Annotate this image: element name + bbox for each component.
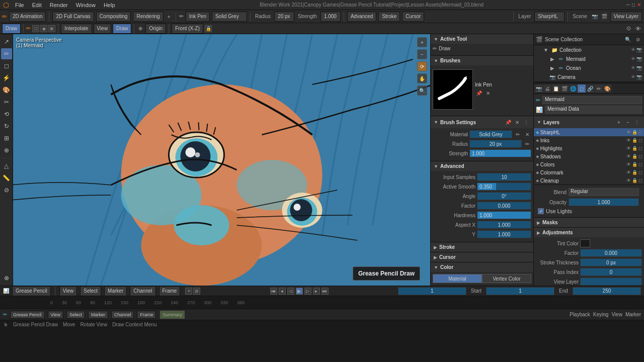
material-tab[interactable]: Material	[433, 274, 482, 283]
draw-tool[interactable]: ✏	[1, 48, 12, 59]
layer-highlights[interactable]: ● Highlights 👁 🔒 ◻	[534, 144, 644, 152]
tint-tool[interactable]: 🎨	[1, 84, 12, 96]
select-tool[interactable]: ↗	[1, 36, 12, 47]
menu-file[interactable]: File	[13, 2, 26, 8]
timeline-ruler[interactable]: 0 30 60 90 120 150 180 210 240 270 300 3…	[0, 296, 644, 309]
jump-start-btn[interactable]: ⏮	[270, 288, 277, 295]
overlay-icon1[interactable]: ⊙	[624, 25, 632, 33]
highlights-lock-icon[interactable]: 🔒	[632, 146, 637, 151]
brush-close-icon[interactable]: ✕	[484, 89, 492, 98]
advanced-header[interactable]: ▼ Advanced	[431, 161, 533, 171]
prop-tab-world[interactable]: 🌐	[569, 84, 577, 93]
workspace-tab-1[interactable]: 2D Full Canvas	[52, 12, 94, 22]
menu-render[interactable]: Render	[48, 2, 70, 8]
view-layer-btn[interactable]: View Layer	[610, 12, 642, 22]
prev-frame-btn[interactable]: ◁	[287, 288, 294, 295]
colors-eye-icon[interactable]: 👁	[626, 162, 631, 167]
y-value[interactable]: 1.000	[477, 230, 531, 238]
camera-icon[interactable]: 📷	[591, 13, 599, 21]
cursor-tool[interactable]: ⊘	[1, 185, 12, 196]
view-mode-btn[interactable]: View	[48, 311, 63, 319]
prop-tab-render[interactable]: 📷	[535, 84, 543, 93]
outliner-camera[interactable]: 📷 Camera 👁 📷	[534, 72, 644, 81]
view-layer-value[interactable]	[580, 278, 642, 286]
inks-lock-icon[interactable]: 🔒	[632, 138, 637, 143]
prop-tab-object[interactable]: ◻	[578, 84, 586, 93]
layer-inks[interactable]: ● Inks 👁 🔒 ◻	[534, 136, 644, 144]
current-frame-display[interactable]: 1	[398, 287, 466, 295]
tint-color-swatch[interactable]	[580, 239, 590, 247]
colormark-hide-icon[interactable]: ◻	[638, 170, 642, 175]
settings-icon2[interactable]: ✕	[513, 118, 521, 126]
brush-preview[interactable]	[433, 69, 473, 110]
brush-strength-bar[interactable]: 1.000	[469, 149, 531, 157]
overlay-icon2[interactable]: 👁	[634, 25, 642, 33]
layer-colors[interactable]: ● Colors 👁 🔒 ◻	[534, 160, 644, 168]
brush-settings-header[interactable]: ▼ Brush Settings 📌 ✕ ⋮	[431, 116, 533, 128]
layer-colormark[interactable]: ● Colormark 👁 🔒 ◻	[534, 168, 644, 176]
shadows-hide-icon[interactable]: ◻	[638, 154, 642, 159]
colors-hide-icon[interactable]: ◻	[638, 162, 642, 167]
layer-shadows[interactable]: ● Shadows 👁 🔒 ◻	[534, 152, 644, 160]
timeline-marker-btn[interactable]: Marker	[104, 286, 127, 296]
settings-options[interactable]: ⋮	[522, 118, 530, 126]
origin-btn[interactable]: Origin	[145, 24, 166, 34]
next-frame-btn[interactable]: ▷	[304, 288, 311, 295]
interpolate-btn[interactable]: Interpolate	[61, 24, 92, 34]
angle-value[interactable]: 0°	[477, 192, 531, 200]
timeline-view-btn[interactable]: View	[59, 286, 77, 296]
start-frame-display[interactable]: 1	[486, 287, 554, 295]
jump-end-btn[interactable]: ⏭	[321, 288, 329, 295]
material-value[interactable]: Solid Grey	[469, 130, 512, 138]
layer-sharphl[interactable]: ● SharpHL 👁 🔒 ◻	[534, 128, 644, 136]
select-mode-btn[interactable]: Select	[66, 311, 85, 319]
cleanup-eye-icon[interactable]: 👁	[626, 178, 631, 183]
adjustments-header[interactable]: ▶ Adjustments	[534, 228, 644, 237]
draw-btn[interactable]: Draw	[113, 24, 131, 34]
rotate-tool[interactable]: ↻	[1, 121, 12, 132]
layer-options-icon[interactable]: ⋮	[633, 118, 641, 126]
lock-icon[interactable]: 🔒	[205, 25, 212, 32]
camera-eye-icon[interactable]: 👁	[631, 74, 635, 79]
mermaid-eye-icon[interactable]: 👁	[631, 56, 635, 61]
active-smooth-bar[interactable]: 0.350	[477, 183, 531, 191]
masks-header[interactable]: ▶ Masks	[534, 218, 644, 227]
channel-mode-btn[interactable]: Channel	[111, 311, 134, 319]
colormark-eye-icon[interactable]: 👁	[626, 170, 631, 175]
advanced-btn[interactable]: Advanced	[347, 12, 376, 22]
move-tool[interactable]: ⟲	[1, 109, 12, 120]
menu-edit[interactable]: Edit	[30, 2, 44, 8]
eye-icon[interactable]: 👁	[631, 47, 635, 52]
icon3[interactable]: ⊕	[48, 25, 55, 32]
menu-help[interactable]: Help	[102, 2, 117, 8]
strength-input[interactable]: 1.000	[320, 12, 341, 22]
input-samples-value[interactable]: 10	[477, 173, 531, 181]
prop-tab-constraints[interactable]: 🔗	[586, 84, 594, 93]
timeline-frame-btn[interactable]: Frame	[159, 286, 181, 296]
transform-tool[interactable]: ⊕	[1, 145, 12, 156]
annotate-tool[interactable]: △	[1, 160, 12, 171]
brushes-header[interactable]: ▼ Brushes	[431, 56, 533, 65]
shadows-eye-icon[interactable]: 👁	[626, 154, 631, 159]
colormark-lock-icon[interactable]: 🔒	[632, 170, 637, 175]
blend-select[interactable]: Regular	[569, 188, 639, 196]
ocean-camera-icon[interactable]: 📷	[636, 65, 642, 70]
filter-track-icon[interactable]: ⊘	[193, 288, 200, 295]
layer-selector[interactable]: SharpHL	[534, 12, 565, 22]
cut-tool[interactable]: ✂	[1, 97, 12, 108]
radius-edit-icon[interactable]: ✏	[523, 140, 531, 148]
opacity-value[interactable]: 1.000	[569, 198, 639, 206]
pass-index-value[interactable]: 0	[580, 268, 642, 276]
use-lights-checkbox[interactable]: ✓	[538, 208, 544, 214]
nav-zoom-in[interactable]: +	[417, 37, 427, 47]
tint-factor-value[interactable]: 0.000	[580, 249, 642, 257]
layer-remove-icon[interactable]: −	[624, 118, 632, 126]
settings-icon1[interactable]: 📌	[504, 118, 512, 126]
color-header[interactable]: ▼ Color	[431, 262, 533, 272]
workspace-tab-2[interactable]: Compositing	[96, 12, 131, 22]
camera-render-icon[interactable]: 📷	[636, 74, 642, 79]
gp-mode-btn[interactable]: Grease Pencil	[10, 311, 45, 319]
nav-zoom-out[interactable]: −	[417, 49, 427, 59]
icon2[interactable]: ◈	[40, 25, 47, 32]
filter-icon[interactable]: 🔍	[624, 36, 632, 44]
